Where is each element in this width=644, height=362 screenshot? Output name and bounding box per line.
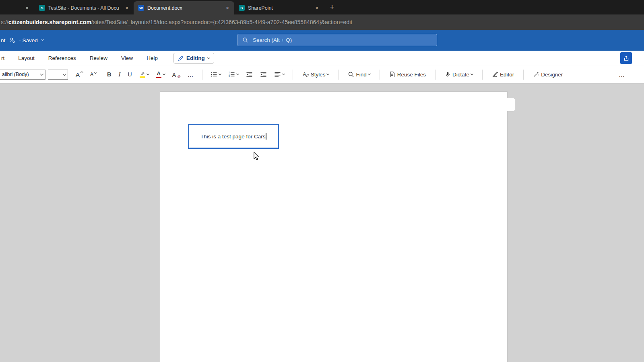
editor-label: Editor: [500, 72, 514, 78]
italic-button[interactable]: I: [115, 68, 124, 80]
dictate-label: Dictate: [452, 72, 469, 78]
font-name-value: alibri (Body): [2, 72, 29, 77]
content-control-textbox[interactable]: This is a test page for Cars: [188, 124, 279, 149]
menu-tab-layout[interactable]: Layout: [11, 55, 41, 61]
styles-label: Styles: [311, 72, 326, 78]
share-icon: [623, 55, 630, 62]
new-tab-button[interactable]: +: [326, 1, 338, 13]
close-tab-icon[interactable]: ×: [224, 4, 231, 12]
grow-font-button[interactable]: A: [72, 68, 87, 80]
menu-tab-help[interactable]: Help: [140, 55, 165, 61]
address-bar[interactable]: s://citizenbuilders.sharepoint.com/sites…: [0, 14, 644, 30]
bullet-list-button[interactable]: [207, 68, 225, 80]
chevron-down-icon: [207, 56, 210, 59]
browser-tab-partial[interactable]: ×: [0, 1, 35, 14]
align-text-icon: [274, 71, 281, 78]
chevron-down-icon[interactable]: [236, 72, 239, 75]
toolbar-divider: [380, 70, 380, 80]
browser-tab-testsite[interactable]: S TestSite - Documents - All Docu ×: [35, 1, 134, 14]
alignment-button[interactable]: [270, 68, 288, 80]
underline-button[interactable]: U: [124, 68, 136, 80]
chevron-down-icon[interactable]: [282, 72, 285, 75]
textbox-text: This is a test page for Cars: [200, 134, 265, 140]
search-icon: [242, 37, 248, 43]
clear-formatting-button[interactable]: A: [169, 68, 184, 80]
find-button[interactable]: Find: [343, 68, 375, 80]
highlight-color-button[interactable]: [136, 68, 153, 80]
grow-font-letter: A: [76, 71, 80, 78]
chevron-down-icon[interactable]: [163, 72, 165, 75]
more-formatting-button[interactable]: …: [184, 68, 198, 80]
editing-mode-label: Editing: [186, 55, 205, 61]
styles-button[interactable]: A Styles: [297, 68, 334, 80]
microphone-icon: [445, 71, 451, 78]
url-domain: citizenbuilders.sharepoint.com: [8, 19, 91, 25]
font-size-select[interactable]: [48, 70, 68, 80]
highlighter-icon: [139, 71, 145, 78]
ellipsis-icon: …: [619, 71, 625, 78]
text-caret: [266, 133, 266, 140]
search-input[interactable]: [252, 37, 432, 43]
editor-button[interactable]: Editor: [487, 68, 519, 80]
menu-tab-review[interactable]: Review: [83, 55, 114, 61]
toolbar-divider: [293, 70, 293, 80]
editor-pen-icon: [492, 71, 498, 78]
pencil-icon: [178, 56, 184, 61]
chevron-down-icon[interactable]: [471, 72, 473, 75]
designer-button[interactable]: Designer: [528, 68, 568, 80]
comments-side-tab[interactable]: [507, 98, 515, 111]
app-header: nt - Saved: [0, 30, 644, 51]
close-tab-icon[interactable]: ×: [123, 4, 130, 12]
chevron-down-icon[interactable]: [41, 38, 44, 41]
toolbar-divider: [202, 70, 202, 80]
font-name-select[interactable]: alibri (Body): [0, 70, 45, 80]
menu-tab-references[interactable]: References: [41, 55, 83, 61]
numbered-list-button[interactable]: 1 2 3: [225, 68, 242, 80]
search-box[interactable]: [237, 34, 437, 46]
close-tab-icon[interactable]: ×: [313, 4, 320, 12]
dictate-button[interactable]: Dictate: [440, 68, 478, 80]
shrink-font-letter: A: [90, 72, 93, 77]
designer-label: Designer: [541, 72, 563, 78]
close-tab-icon[interactable]: ×: [23, 4, 31, 12]
svg-text:A: A: [303, 72, 306, 77]
sharepoint-favicon: S: [239, 5, 245, 11]
browser-tab-document-active[interactable]: W Document.docx ×: [134, 1, 234, 14]
increase-indent-button[interactable]: [256, 68, 270, 80]
designer-wand-icon: [533, 71, 539, 78]
toolbar-overflow-button[interactable]: …: [615, 68, 629, 80]
clear-format-letter: A: [172, 72, 176, 78]
menu-tab-view[interactable]: View: [114, 55, 140, 61]
font-color-button[interactable]: A: [153, 68, 169, 80]
chevron-down-icon[interactable]: [219, 72, 221, 75]
tab-title: SharePoint: [248, 5, 310, 11]
chevron-down-icon[interactable]: [326, 72, 329, 75]
reuse-files-label: Reuse Files: [397, 72, 426, 78]
chevron-down-icon[interactable]: [368, 72, 371, 75]
toolbar-divider: [338, 70, 339, 80]
menu-tab-insert-partial[interactable]: rt: [0, 55, 11, 61]
save-status[interactable]: - Saved: [19, 37, 38, 43]
mouse-cursor: [253, 152, 260, 161]
document-canvas[interactable]: This is a test page for Cars: [0, 84, 644, 362]
toolbar-divider: [482, 70, 483, 80]
url-prefix: s://: [1, 19, 8, 25]
browser-tab-sharepoint[interactable]: S SharePoint ×: [234, 1, 324, 14]
document-meta: nt - Saved: [1, 30, 43, 51]
tab-title: TestSite - Documents - All Docu: [48, 5, 120, 11]
chevron-down-icon: [40, 72, 43, 75]
share-button[interactable]: [620, 52, 632, 64]
toolbar-divider: [435, 70, 436, 80]
shrink-font-button[interactable]: A: [87, 68, 100, 80]
bold-button[interactable]: B: [103, 68, 115, 80]
italic-letter: I: [119, 71, 121, 78]
decrease-indent-button[interactable]: [242, 68, 256, 80]
document-page[interactable]: This is a test page for Cars: [160, 91, 508, 362]
increase-indent-icon: [260, 71, 267, 78]
bold-letter: B: [107, 71, 111, 78]
formatting-toolbar: alibri (Body) A A B I U A A …: [0, 66, 644, 84]
chevron-down-icon[interactable]: [147, 72, 149, 75]
reuse-files-button[interactable]: Reuse Files: [384, 68, 431, 80]
underline-letter: U: [128, 71, 132, 78]
editing-mode-button[interactable]: Editing: [173, 53, 214, 64]
